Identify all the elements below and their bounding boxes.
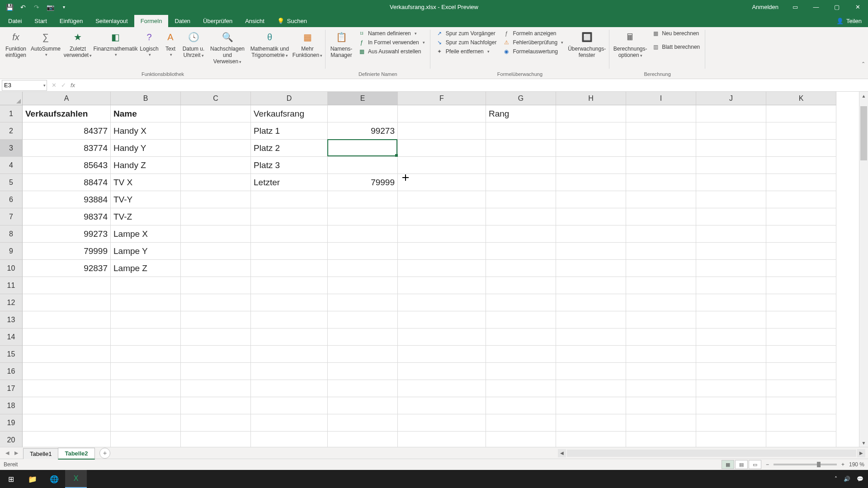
evaluate-formula-button[interactable]: ◉Formelauswertung bbox=[502, 47, 564, 56]
cell[interactable] bbox=[626, 260, 696, 277]
cell[interactable] bbox=[766, 328, 836, 346]
recently-used-button[interactable]: ★ Zuletzt verwendet▾ bbox=[62, 28, 93, 61]
cell[interactable]: Handy X bbox=[111, 122, 181, 140]
cell[interactable] bbox=[328, 363, 398, 380]
cell[interactable] bbox=[23, 328, 111, 346]
action-center-icon[interactable]: 💬 bbox=[857, 476, 863, 482]
tab-seitenlayout[interactable]: Seitenlayout bbox=[89, 15, 134, 27]
page-layout-view-button[interactable]: ▤ bbox=[735, 460, 748, 469]
cell[interactable] bbox=[556, 346, 626, 363]
cell[interactable]: Platz 1 bbox=[251, 122, 328, 140]
cell[interactable] bbox=[328, 208, 398, 225]
cell[interactable] bbox=[556, 363, 626, 380]
page-break-view-button[interactable]: ▭ bbox=[749, 460, 761, 469]
show-formulas-button[interactable]: ƒFormeln anzeigen bbox=[502, 29, 564, 38]
cell[interactable] bbox=[766, 191, 836, 208]
cell[interactable] bbox=[766, 397, 836, 414]
cell[interactable] bbox=[181, 260, 251, 277]
cell[interactable] bbox=[766, 346, 836, 363]
tab-ueberpruefen[interactable]: Überprüfen bbox=[197, 15, 239, 27]
column-header[interactable]: E bbox=[328, 92, 398, 105]
column-header[interactable]: H bbox=[556, 92, 626, 105]
cell[interactable] bbox=[696, 363, 766, 380]
cell[interactable]: Handy Z bbox=[111, 157, 181, 174]
cell[interactable] bbox=[398, 105, 486, 122]
cell[interactable] bbox=[626, 140, 696, 157]
financial-button[interactable]: ◧ Finanzmathematik ▾ bbox=[94, 28, 137, 59]
new-sheet-button[interactable]: ＋ bbox=[99, 448, 110, 459]
row-header[interactable]: 13 bbox=[0, 311, 23, 328]
cell[interactable] bbox=[111, 397, 181, 414]
cell[interactable] bbox=[486, 208, 556, 225]
cell[interactable] bbox=[328, 328, 398, 346]
row-header[interactable]: 11 bbox=[0, 277, 23, 294]
cell[interactable] bbox=[251, 294, 328, 311]
cell[interactable] bbox=[486, 225, 556, 243]
cell[interactable] bbox=[251, 191, 328, 208]
cell[interactable] bbox=[556, 225, 626, 243]
file-explorer-icon[interactable]: 📁 bbox=[22, 470, 43, 488]
row-header[interactable]: 5 bbox=[0, 174, 23, 191]
cell[interactable] bbox=[251, 311, 328, 328]
undo-icon[interactable]: ↶ bbox=[16, 0, 30, 14]
cell[interactable] bbox=[766, 311, 836, 328]
cell[interactable] bbox=[181, 294, 251, 311]
cell[interactable] bbox=[398, 174, 486, 191]
cell[interactable]: Verkaufszahlen bbox=[23, 105, 111, 122]
chevron-down-icon[interactable]: ▾ bbox=[43, 83, 46, 88]
cell[interactable]: Handy Y bbox=[111, 140, 181, 157]
cell[interactable]: TV-Z bbox=[111, 208, 181, 225]
cell[interactable] bbox=[556, 157, 626, 174]
scroll-thumb[interactable] bbox=[860, 106, 867, 160]
scroll-down-icon[interactable]: ▼ bbox=[859, 439, 868, 447]
cell[interactable] bbox=[696, 225, 766, 243]
zoom-in-icon[interactable]: + bbox=[841, 461, 844, 468]
cell[interactable] bbox=[766, 122, 836, 140]
cell[interactable] bbox=[181, 363, 251, 380]
excel-taskbar-icon[interactable]: X bbox=[65, 470, 87, 488]
row-header[interactable]: 1 bbox=[0, 105, 23, 122]
create-from-selection-button[interactable]: ▦Aus Auswahl erstellen bbox=[357, 47, 426, 56]
cell[interactable] bbox=[23, 311, 111, 328]
cell[interactable] bbox=[696, 105, 766, 122]
sheet-tab-tabelle1[interactable]: Tabelle1 bbox=[23, 448, 58, 459]
cell[interactable]: 84377 bbox=[23, 122, 111, 140]
cell[interactable] bbox=[766, 277, 836, 294]
cell[interactable]: Lampe X bbox=[111, 225, 181, 243]
cancel-formula-icon[interactable]: ✕ bbox=[52, 82, 57, 89]
cell[interactable] bbox=[556, 432, 626, 447]
cell[interactable] bbox=[696, 432, 766, 447]
cell[interactable] bbox=[486, 363, 556, 380]
cell[interactable] bbox=[23, 277, 111, 294]
formula-input[interactable] bbox=[80, 80, 868, 91]
cell[interactable] bbox=[696, 397, 766, 414]
row-header[interactable]: 9 bbox=[0, 243, 23, 260]
cell[interactable] bbox=[111, 414, 181, 432]
redo-icon[interactable]: ↷ bbox=[30, 0, 43, 14]
cell[interactable] bbox=[556, 105, 626, 122]
zoom-out-icon[interactable]: − bbox=[766, 461, 769, 468]
row-header[interactable]: 20 bbox=[0, 432, 23, 447]
column-header[interactable]: D bbox=[251, 92, 328, 105]
row-header[interactable]: 12 bbox=[0, 294, 23, 311]
cell[interactable] bbox=[251, 225, 328, 243]
cell[interactable] bbox=[626, 397, 696, 414]
cell[interactable] bbox=[626, 380, 696, 397]
cell[interactable] bbox=[328, 140, 398, 157]
column-header[interactable]: C bbox=[181, 92, 251, 105]
name-box[interactable]: E3 ▾ bbox=[2, 80, 47, 91]
cell[interactable] bbox=[181, 122, 251, 140]
cell[interactable] bbox=[111, 294, 181, 311]
cell[interactable] bbox=[556, 140, 626, 157]
row-header[interactable]: 14 bbox=[0, 328, 23, 346]
cell[interactable]: 98374 bbox=[23, 208, 111, 225]
cell[interactable] bbox=[486, 260, 556, 277]
insert-function-icon[interactable]: fx bbox=[71, 82, 75, 89]
cell[interactable] bbox=[251, 260, 328, 277]
cell[interactable] bbox=[486, 380, 556, 397]
column-header[interactable]: F bbox=[398, 92, 486, 105]
cell[interactable] bbox=[328, 294, 398, 311]
cell[interactable] bbox=[398, 277, 486, 294]
cell[interactable] bbox=[251, 328, 328, 346]
row-header[interactable]: 18 bbox=[0, 397, 23, 414]
